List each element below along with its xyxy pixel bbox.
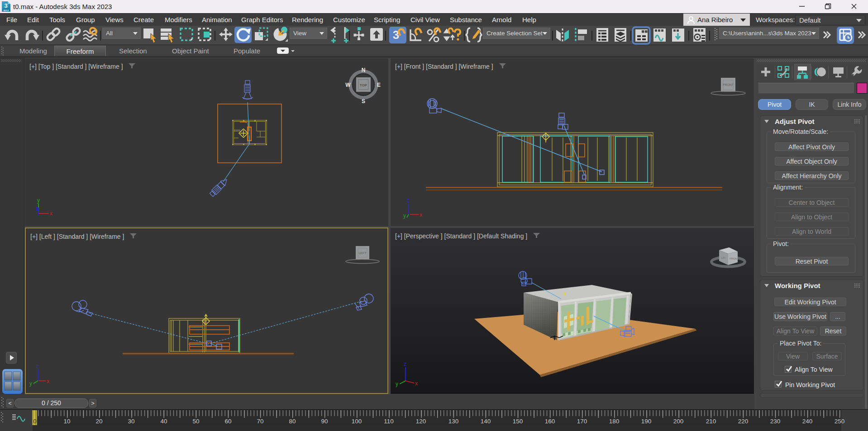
svg-text:y: y bbox=[396, 381, 398, 387]
svg-text:FRONT: FRONT bbox=[723, 83, 734, 86]
svg-text:FRONT: FRONT bbox=[730, 257, 739, 260]
svg-text:z: z bbox=[36, 363, 39, 369]
svg-text:y: y bbox=[37, 197, 40, 204]
svg-text:E: E bbox=[377, 82, 381, 88]
svg-text:y: y bbox=[29, 380, 32, 387]
svg-text:LEFT: LEFT bbox=[358, 251, 367, 255]
svg-text:TOP: TOP bbox=[360, 83, 367, 87]
svg-text:3: 3 bbox=[4, 2, 7, 9]
svg-text:y: y bbox=[403, 213, 406, 219]
svg-text:MAX: MAX bbox=[3, 9, 9, 12]
svg-text:x: x bbox=[420, 212, 422, 218]
svg-text:S: S bbox=[362, 98, 365, 104]
svg-text:W: W bbox=[345, 82, 351, 88]
svg-text:z: z bbox=[36, 205, 38, 212]
svg-text:z: z bbox=[407, 197, 410, 204]
svg-text:x: x bbox=[47, 378, 49, 384]
svg-text:N: N bbox=[362, 67, 366, 73]
svg-text:LFI: LFI bbox=[721, 256, 725, 259]
svg-text:z: z bbox=[404, 361, 406, 367]
svg-text:x: x bbox=[415, 380, 418, 387]
svg-text:0: 0 bbox=[33, 418, 37, 425]
svg-text:x: x bbox=[50, 210, 52, 217]
